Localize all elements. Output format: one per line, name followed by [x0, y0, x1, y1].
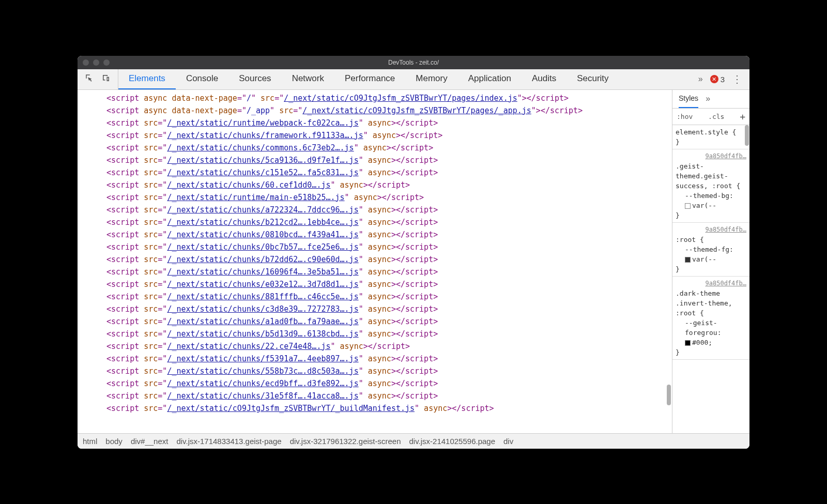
dom-node-script[interactable]: <script src="/_next/static/runtime/main-…	[81, 191, 672, 204]
dom-node-script[interactable]: <script src="/_next/static/chunks/c3d8e3…	[81, 303, 672, 315]
error-count: 3	[721, 75, 725, 84]
tab-performance[interactable]: Performance	[334, 69, 405, 89]
breadcrumb-item[interactable]: div#__next	[131, 437, 169, 446]
rule-source-link[interactable]: 9a850df4fb…	[706, 279, 746, 288]
style-rule-element[interactable]: element.style { }	[672, 125, 749, 149]
window-title: DevTools - zeit.co/	[78, 59, 749, 66]
tab-elements[interactable]: Elements	[118, 69, 176, 89]
new-rule-icon[interactable]: +	[740, 111, 745, 122]
style-rule[interactable]: 9a850df4fb…:root {--themed-fg:var(--}	[672, 223, 749, 277]
styles-tab[interactable]: Styles	[679, 90, 698, 108]
dom-node-script[interactable]: <script src="/_next/static/chunks/0810bc…	[81, 228, 672, 241]
tab-memory[interactable]: Memory	[405, 69, 457, 89]
device-toggle-icon[interactable]	[101, 73, 111, 85]
styles-rules[interactable]: element.style { } 9a850df4fb….geist-them…	[672, 125, 749, 433]
dom-node-script[interactable]: <script src="/_next/static/chunks/framew…	[81, 129, 672, 142]
dom-node-script[interactable]: <script src="/_next/static/chunks/f5391a…	[81, 353, 672, 365]
styles-panel: Styles » :hov .cls + element.style { } 9…	[672, 90, 749, 433]
rule-source-link[interactable]: 9a850df4fb…	[706, 225, 746, 235]
tab-application[interactable]: Application	[458, 69, 522, 89]
dom-node-script[interactable]: <script src="/_next/static/chunks/c151e5…	[81, 166, 672, 179]
style-rule[interactable]: 9a850df4fb….geist-themed.geist-success, …	[672, 149, 749, 223]
dom-node-script[interactable]: <script async data-next-page="/_app" src…	[81, 104, 672, 117]
error-counter[interactable]: ✕ 3	[710, 75, 725, 84]
dom-node-script[interactable]: <script src="/_next/static/chunks/31e5f8…	[81, 390, 672, 402]
dom-node-script[interactable]: <script src="/_next/static/chunks/common…	[81, 142, 672, 154]
dom-node-script[interactable]: <script src="/_next/static/cO9JtgJsfm_zS…	[81, 402, 672, 415]
hov-toggle[interactable]: :hov	[677, 113, 693, 120]
dom-node-script[interactable]: <script src="/_next/static/runtime/webpa…	[81, 117, 672, 129]
more-styles-tabs-icon[interactable]: »	[706, 94, 710, 103]
minimize-icon[interactable]	[93, 59, 99, 66]
dom-node-script[interactable]: <script src="/_next/static/chunks/e032e1…	[81, 278, 672, 291]
panel-tabs: ElementsConsoleSourcesNetworkPerformance…	[118, 69, 691, 89]
dom-node-script[interactable]: <script src="/_next/static/chunks/b72dd6…	[81, 253, 672, 266]
dom-node-script[interactable]: <script src="/_next/static/chunks/b212cd…	[81, 216, 672, 228]
dom-node-script[interactable]: <script async data-next-page="/" src="/_…	[81, 92, 672, 104]
dom-node-script[interactable]: <script src="/_next/static/chunks/60.cef…	[81, 179, 672, 191]
breadcrumb-item[interactable]: div	[503, 437, 513, 446]
elements-tree[interactable]: <script async data-next-page="/" src="/_…	[78, 90, 672, 433]
cls-toggle[interactable]: .cls	[708, 113, 724, 120]
dom-node-script[interactable]: <script src="/_next/static/chunks/0bc7b5…	[81, 241, 672, 253]
error-icon: ✕	[710, 75, 718, 83]
breadcrumb-item[interactable]: div.jsx-1714833413.geist-page	[176, 437, 281, 446]
dom-node-script[interactable]: <script src="/_next/static/chunks/a72232…	[81, 204, 672, 216]
dom-node-script[interactable]: <script src="/_next/static/chunks/558b73…	[81, 365, 672, 377]
dom-node-script[interactable]: <script src="/_next/static/chunks/16096f…	[81, 266, 672, 278]
dom-node-script[interactable]: <script src="/_next/static/chunks/b5d13d…	[81, 328, 672, 340]
devtools-window: DevTools - zeit.co/ ElementsConsoleSourc…	[78, 56, 749, 449]
breadcrumb-item[interactable]: html	[83, 437, 97, 446]
dom-node-script[interactable]: <script src="/_next/static/chunks/a1ad0f…	[81, 315, 672, 328]
dom-node-script[interactable]: <script src="/_next/static/chunks/22.ce7…	[81, 340, 672, 353]
breadcrumb: htmlbodydiv#__nextdiv.jsx-1714833413.gei…	[78, 433, 749, 449]
tab-sources[interactable]: Sources	[228, 69, 281, 89]
tab-audits[interactable]: Audits	[522, 69, 566, 89]
dom-node-script[interactable]: <script src="/_next/static/chunks/5ca913…	[81, 154, 672, 166]
toolbar: ElementsConsoleSourcesNetworkPerformance…	[78, 69, 749, 90]
tab-security[interactable]: Security	[566, 69, 619, 89]
tab-network[interactable]: Network	[282, 69, 334, 89]
tab-console[interactable]: Console	[176, 69, 228, 89]
rule-source-link[interactable]: 9a850df4fb…	[706, 151, 746, 161]
close-icon[interactable]	[83, 59, 89, 66]
style-rule[interactable]: 9a850df4fb….dark-theme .invert-theme, :r…	[672, 277, 749, 360]
zoom-icon[interactable]	[103, 59, 110, 66]
breadcrumb-item[interactable]: div.jsx-3217961322.geist-screen	[290, 437, 401, 446]
titlebar: DevTools - zeit.co/	[78, 56, 749, 69]
traffic-lights	[83, 59, 110, 66]
dom-node-script[interactable]: <script src="/_next/static/chunks/ecd9bf…	[81, 377, 672, 390]
more-tabs-icon[interactable]: »	[698, 74, 703, 84]
settings-menu-icon[interactable]: ⋮	[732, 73, 742, 85]
breadcrumb-item[interactable]: div.jsx-2141025596.page	[409, 437, 496, 446]
inspect-icon[interactable]	[85, 73, 94, 85]
breadcrumb-item[interactable]: body	[105, 437, 122, 446]
dom-node-script[interactable]: <script src="/_next/static/chunks/881fff…	[81, 291, 672, 303]
